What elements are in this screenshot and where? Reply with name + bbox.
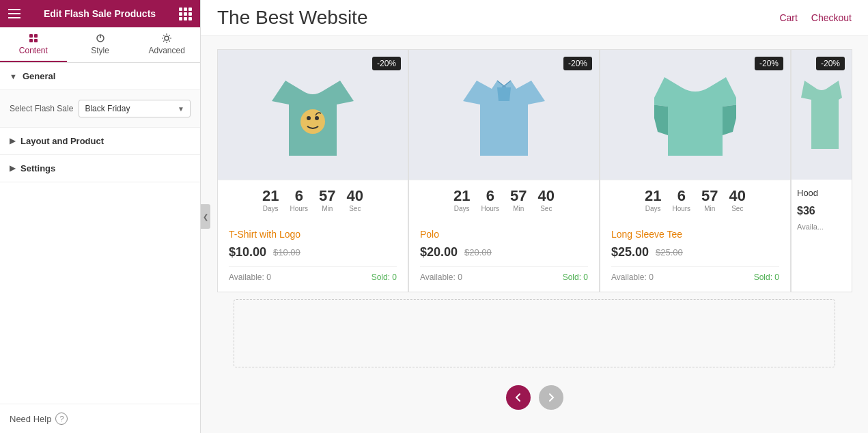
nav-cart[interactable]: Cart [779,12,797,23]
price-original-2: $25.00 [656,247,683,257]
countdown-min-0: 57 Min [319,188,335,212]
main-header: The Best Website Cart Checkout [201,0,868,36]
product-name-0: T-Shirt with Logo [229,229,397,240]
general-arrow-icon: ▼ [10,72,17,81]
style-icon [95,33,106,44]
tab-content[interactable]: Content [0,27,67,62]
countdown-1: 21 Days 6 Hours 57 Min 40 [409,180,599,221]
product-image-0 [272,67,354,163]
product-image-area-0: -20% [218,50,408,180]
carousel-prev-button[interactable] [506,385,531,410]
sidebar-title: Edit Flash Sale Products [44,8,156,19]
product-info-2: Long Sleeve Tee $25.00 $25.00 Available:… [600,221,790,292]
available-3: Availa... [792,220,852,236]
sidebar: Edit Flash Sale Products Content Style [0,0,201,433]
sold-1: Sold: 0 [563,273,588,282]
nav-links: Cart Checkout [779,12,852,23]
layout-section-title: Layout and Product [20,136,104,146]
price-original-1: $20.00 [464,247,492,257]
flash-sale-field: Select Flash Sale Black Friday ▼ [10,100,191,117]
flash-sale-label: Select Flash Sale [10,104,73,113]
countdown-days-2: 21 Days [645,188,661,212]
countdown-2: 21 Days 6 Hours 57 Min 40 [600,180,790,221]
nav-checkout[interactable]: Checkout [811,12,852,23]
chevron-right-icon [546,393,556,402]
flash-sale-select[interactable]: Black Friday ▼ [79,100,191,117]
discount-badge-2: -20% [755,57,783,70]
discount-badge-0: -20% [372,57,401,70]
svg-point-7 [307,116,311,120]
general-section-body: Select Flash Sale Black Friday ▼ [0,90,200,128]
countdown-hours-0: 6 Hours [290,188,308,212]
product-image-2 [654,67,736,163]
tab-style-label: Style [91,46,109,55]
product-card-0: -20% 21 Days [217,49,408,292]
discount-badge-3: -20% [816,57,845,70]
general-section-title: General [23,71,55,81]
need-help-label: Need Help [10,414,51,424]
available-2: Available: 0 [611,273,654,282]
product-card-1: -20% 21 Days 6 [408,49,600,292]
price-current-3: $36 [792,202,852,220]
sidebar-tabs: Content Style Advanced [0,27,200,63]
sidebar-bottom: Need Help ? [0,404,200,433]
settings-section-title: Settings [20,163,55,173]
price-original-0: $10.00 [273,247,300,257]
svg-rect-1 [34,34,38,38]
sold-2: Sold: 0 [754,273,779,282]
countdown-days-1: 21 Days [453,188,470,212]
countdown-0: 21 Days 6 Hours 57 Min 40 [218,180,408,221]
svg-point-8 [315,116,319,120]
sold-0: Sold: 0 [372,273,397,282]
layout-section-header[interactable]: ▶ Layout and Product [0,128,200,155]
advanced-icon [161,33,172,44]
discount-badge-1: -20% [563,57,592,70]
stock-row-2: Available: 0 Sold: 0 [611,266,779,288]
carousel-nav [217,374,852,421]
layout-arrow-icon: ▶ [10,137,15,145]
product-info-1: Polo $20.00 $20.00 Available: 0 Sold: 0 [409,221,599,292]
tab-advanced[interactable]: Advanced [133,27,200,62]
product-card-3-partial: -20% Hood $36 Availa... [791,49,852,292]
chevron-left-icon [514,393,523,402]
products-grid: -20% 21 Days [217,49,852,292]
svg-rect-3 [34,39,38,42]
flash-sale-select-box[interactable]: Black Friday ▼ [79,100,191,117]
svg-rect-0 [29,34,33,38]
countdown-days-0: 21 Days [262,188,279,212]
sidebar-header: Edit Flash Sale Products [0,0,200,27]
sidebar-content: ▼ General Select Flash Sale Black Friday… [0,63,200,404]
flash-sale-value: Black Friday [85,104,130,113]
product-card-2: -20% 21 Days 6 Hou [600,49,791,292]
price-row-2: $25.00 $25.00 [611,245,779,260]
stock-row-0: Available: 0 Sold: 0 [229,266,397,288]
need-help-button[interactable]: Need Help ? [0,404,200,433]
carousel-next-button[interactable] [539,385,563,410]
sidebar-collapse-button[interactable]: ❮ [201,204,210,229]
available-1: Available: 0 [420,273,462,282]
svg-point-5 [165,36,169,40]
tab-content-label: Content [19,46,48,55]
product-name-3: Hood [792,180,852,202]
countdown-min-1: 57 Min [510,188,527,212]
content-icon [28,33,39,44]
general-section-header[interactable]: ▼ General [0,63,200,90]
settings-section-header[interactable]: ▶ Settings [0,155,200,182]
price-current-2: $25.00 [611,245,649,260]
product-name-2: Long Sleeve Tee [611,229,779,240]
bottom-placeholder [234,299,835,367]
tab-advanced-label: Advanced [148,46,184,55]
countdown-min-2: 57 Min [701,188,718,212]
countdown-sec-0: 40 Sec [347,188,363,212]
product-image-area-2: -20% [600,50,790,180]
tab-style[interactable]: Style [67,27,134,62]
hamburger-icon[interactable] [8,9,20,18]
stock-row-1: Available: 0 Sold: 0 [420,266,588,288]
grid-icon[interactable] [179,8,192,20]
product-image-area-3: -20% [792,50,852,180]
chevron-down-icon: ▼ [178,105,184,113]
countdown-sec-1: 40 Sec [538,188,555,212]
products-area: -20% 21 Days [201,36,868,433]
main-content: The Best Website Cart Checkout -20% [201,0,868,433]
price-current-0: $10.00 [229,245,266,260]
